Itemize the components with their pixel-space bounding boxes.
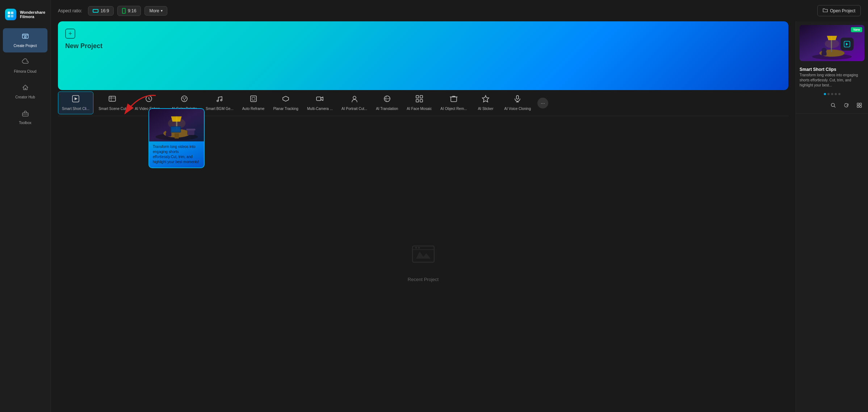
- svg-point-14: [217, 100, 218, 102]
- more-btn[interactable]: More ▾: [144, 6, 167, 16]
- feature-item-ai-sticker[interactable]: AI Sticker: [472, 92, 499, 114]
- smart-bgm-gen-icon: [215, 95, 223, 105]
- ai-portrait-cut-label: AI Portrait Cut...: [341, 106, 367, 111]
- sidebar-item-filmora-cloud[interactable]: Filmora Cloud: [3, 54, 47, 78]
- main-area: Aspect ratio: 16:9 9:16 More ▾ Open Proj…: [51, 0, 868, 412]
- svg-rect-25: [451, 97, 457, 102]
- feature-item-ai-face-mosaic[interactable]: AI Face Mosaic: [403, 92, 435, 114]
- ai-sticker-icon: [482, 95, 490, 105]
- svg-point-29: [415, 247, 417, 249]
- creator-hub-icon: [22, 84, 29, 93]
- right-panel: New Smart Short Clips Transform long vid…: [796, 21, 868, 412]
- ai-translation-icon: [383, 95, 391, 105]
- svg-rect-53: [857, 103, 859, 105]
- empty-icon: [409, 239, 438, 272]
- auto-reframe-icon: [250, 95, 257, 105]
- main-content: + New Project Smart Short Cli... Smart S…: [51, 21, 796, 412]
- app-logo-icon: [5, 9, 16, 20]
- svg-rect-8: [109, 96, 116, 101]
- svg-point-11: [183, 98, 184, 99]
- sidebar-item-toolbox[interactable]: Toolbox: [3, 105, 47, 129]
- right-panel-card[interactable]: New: [800, 25, 864, 61]
- svg-rect-50: [822, 52, 827, 56]
- sidebar-item-creator-hub[interactable]: Creator Hub: [3, 80, 47, 104]
- dot-1: [824, 93, 826, 95]
- smart-scene-cut-icon: [108, 95, 116, 105]
- tooltip-arrow: [121, 92, 165, 121]
- svg-rect-40: [187, 130, 194, 135]
- logo-text: Wondershare Filmora: [20, 10, 45, 19]
- svg-rect-23: [416, 99, 419, 102]
- svg-rect-24: [420, 99, 423, 102]
- more-label: More: [149, 8, 159, 13]
- svg-rect-35: [175, 133, 179, 139]
- svg-point-19: [353, 96, 356, 99]
- plus-icon: +: [65, 29, 75, 39]
- create-project-icon: [22, 33, 29, 42]
- smart-short-clips-label: Smart Short Cli...: [62, 106, 89, 111]
- folder-icon: [823, 8, 828, 14]
- search-icon-btn[interactable]: [828, 100, 838, 110]
- more-features-btn[interactable]: ···: [537, 98, 548, 109]
- planar-tracking-icon: [282, 95, 290, 105]
- filmora-cloud-icon: [22, 58, 29, 67]
- svg-rect-54: [860, 103, 861, 105]
- ai-voice-cloning-label: AI Voice Cloning: [504, 106, 531, 111]
- ratio-916-icon: [122, 8, 126, 14]
- refresh-icon-btn[interactable]: [841, 100, 851, 110]
- ai-translation-label: AI Translation: [376, 106, 398, 111]
- new-badge: New: [851, 27, 862, 32]
- grid-icon-btn[interactable]: [854, 100, 864, 110]
- svg-rect-27: [516, 95, 519, 99]
- feature-item-smart-bgm-gen[interactable]: Smart BGM Ge...: [202, 92, 237, 114]
- dots-row: [796, 91, 868, 97]
- svg-rect-22: [420, 95, 423, 98]
- sidebar-item-create-project-label: Create Project: [14, 43, 37, 48]
- new-project-banner[interactable]: + New Project: [58, 21, 788, 90]
- ai-sticker-label: AI Sticker: [478, 106, 494, 111]
- aspect-ratio-916-btn[interactable]: 9:16: [117, 6, 141, 16]
- right-panel-description: Transform long videos into engaging shor…: [796, 73, 868, 91]
- svg-rect-3: [11, 15, 13, 17]
- tooltip-description: Transform long videos into engaging shor…: [149, 141, 204, 167]
- svg-rect-56: [860, 106, 861, 107]
- svg-rect-41: [186, 129, 195, 131]
- sidebar-item-filmora-cloud-label: Filmora Cloud: [14, 69, 36, 74]
- svg-rect-16: [251, 96, 256, 102]
- aspect-ratio-169-btn[interactable]: 16:9: [88, 6, 114, 16]
- ai-color-palette-icon: [180, 95, 188, 105]
- smart-bgm-gen-label: Smart BGM Ge...: [206, 106, 234, 111]
- new-project-inner: + New Project: [65, 29, 102, 50]
- svg-rect-2: [8, 15, 10, 17]
- auto-reframe-label: Auto Reframe: [242, 106, 265, 111]
- logo-area: Wondershare Filmora: [0, 4, 50, 27]
- feature-item-ai-voice-cloning[interactable]: AI Voice Cloning: [501, 92, 534, 114]
- smart-shorts-icon: [840, 38, 854, 51]
- feature-item-ai-object-remove[interactable]: AI Object Rem...: [437, 92, 470, 114]
- smart-short-clips-icon: [72, 95, 80, 105]
- ai-object-remove-icon: [450, 95, 458, 105]
- svg-point-52: [831, 103, 835, 107]
- sidebar: Wondershare Filmora Create Project Filmo…: [0, 0, 51, 412]
- feature-item-ai-portrait-cut[interactable]: AI Portrait Cut...: [338, 92, 371, 114]
- aspect-ratio-label: Aspect ratio:: [58, 8, 82, 13]
- sidebar-item-creator-hub-label: Creator Hub: [15, 95, 35, 99]
- chevron-down-icon: ▾: [161, 9, 163, 13]
- feature-item-planar-tracking[interactable]: Planar Tracking: [269, 92, 302, 114]
- topbar: Aspect ratio: 16:9 9:16 More ▾ Open Proj…: [51, 0, 868, 21]
- ai-face-mosaic-label: AI Face Mosaic: [407, 106, 432, 111]
- feature-item-auto-reframe[interactable]: Auto Reframe: [239, 92, 268, 114]
- svg-rect-18: [316, 97, 321, 101]
- open-project-btn[interactable]: Open Project: [817, 5, 861, 16]
- feature-item-smart-short-clips[interactable]: Smart Short Cli...: [58, 92, 93, 114]
- svg-rect-0: [8, 12, 10, 14]
- svg-rect-43: [171, 127, 180, 132]
- svg-point-30: [418, 247, 420, 249]
- ratio-169-icon: [93, 9, 98, 13]
- feature-item-ai-translation[interactable]: AI Translation: [372, 92, 402, 114]
- feature-item-multi-camera[interactable]: Multi-Camera ...: [303, 92, 336, 114]
- sidebar-item-create-project[interactable]: Create Project: [3, 28, 47, 52]
- ellipsis-icon: ···: [541, 100, 545, 106]
- multi-camera-label: Multi-Camera ...: [307, 106, 333, 111]
- svg-point-12: [185, 98, 186, 99]
